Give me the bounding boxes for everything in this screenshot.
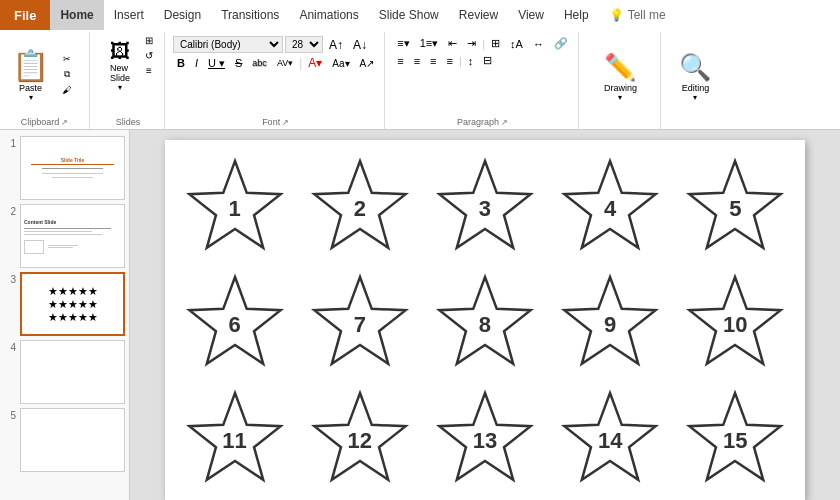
shadow-button[interactable]: abc xyxy=(248,57,271,69)
slide-thumb-4[interactable]: 4 xyxy=(4,340,125,404)
align-text-button[interactable]: ↔ xyxy=(529,37,548,51)
menu-view[interactable]: View xyxy=(508,0,554,30)
star-item-8[interactable]: 8 xyxy=(430,270,540,380)
slide-panel: 1 Slide Title 2 Content Slide xyxy=(0,130,130,500)
slides-group: 🖼 NewSlide ▾ ⊞ ↺ ≡ Slides xyxy=(92,32,165,129)
star-item-9[interactable]: 9 xyxy=(555,270,665,380)
slide-thumb-3[interactable]: 3 ★★★★★★★★★★★★★★★ xyxy=(4,272,125,336)
thumb2-line2 xyxy=(24,231,92,232)
editing-group: 🔍 Editing ▾ xyxy=(663,32,728,129)
col-layout-button[interactable]: ⊞ xyxy=(487,36,504,51)
reset-button[interactable]: ↺ xyxy=(142,49,156,62)
menu-home[interactable]: Home xyxy=(50,0,103,30)
thumb2-l4 xyxy=(48,245,78,246)
star-item-7[interactable]: 7 xyxy=(305,270,415,380)
star-number-5: 5 xyxy=(729,196,741,222)
slide-thumb-5[interactable]: 5 xyxy=(4,408,125,472)
star-item-10[interactable]: 10 xyxy=(680,270,790,380)
font-size-select[interactable]: 28 12 14 16 18 20 24 32 xyxy=(285,36,323,53)
star-item-11[interactable]: 11 xyxy=(180,386,290,496)
paragraph-expand-icon[interactable]: ↗ xyxy=(501,118,508,127)
paste-dropdown: ▾ xyxy=(29,93,33,102)
clipboard-expand-icon[interactable]: ↗ xyxy=(61,118,68,127)
star-number-2: 2 xyxy=(354,196,366,222)
slide-thumb-2[interactable]: 2 Content Slide xyxy=(4,204,125,268)
star-number-4: 4 xyxy=(604,196,616,222)
star-item-5[interactable]: 5 xyxy=(680,154,790,264)
menu-help[interactable]: Help xyxy=(554,0,599,30)
new-slide-label: NewSlide xyxy=(110,63,130,83)
indent-increase-button[interactable]: ⇥ xyxy=(463,36,480,51)
font-case-button[interactable]: Aa▾ xyxy=(328,57,353,70)
star-item-12[interactable]: 12 xyxy=(305,386,415,496)
slide-preview-4[interactable] xyxy=(20,340,125,404)
paste-button[interactable]: 📋 Paste ▾ xyxy=(6,45,55,105)
menu-transitions[interactable]: Transitions xyxy=(211,0,289,30)
menu-review[interactable]: Review xyxy=(449,0,508,30)
font-color-button[interactable]: A▾ xyxy=(304,55,326,71)
copy-button[interactable]: ⧉ xyxy=(59,68,74,81)
clear-format-button[interactable]: A↗ xyxy=(356,57,379,70)
editing-button[interactable]: 🔍 Editing ▾ xyxy=(673,49,717,105)
slide-canvas: 123456789101112131415 xyxy=(165,140,805,500)
cut-button[interactable]: ✂ xyxy=(59,53,74,65)
align-right-button[interactable]: ≡ xyxy=(426,54,440,68)
format-painter-button[interactable]: 🖌 xyxy=(59,84,74,96)
star-item-13[interactable]: 13 xyxy=(430,386,540,496)
drawing-button[interactable]: ✏️ Drawing ▾ xyxy=(598,49,643,105)
align-left-button[interactable]: ≡ xyxy=(393,54,407,68)
columns-button[interactable]: ⊟ xyxy=(479,53,496,68)
tell-me-box[interactable]: 💡 Tell me xyxy=(599,0,676,30)
smartart-button[interactable]: 🔗 xyxy=(550,36,572,51)
menu-insert[interactable]: Insert xyxy=(104,0,154,30)
strikethrough-button[interactable]: S xyxy=(231,56,246,70)
canvas-area[interactable]: 123456789101112131415 xyxy=(130,130,840,500)
new-slide-button[interactable]: 🖼 NewSlide ▾ xyxy=(100,37,140,95)
star-item-15[interactable]: 15 xyxy=(680,386,790,496)
file-menu[interactable]: File xyxy=(0,0,50,30)
editing-icon: 🔍 xyxy=(679,52,711,83)
decrease-font-button[interactable]: A↓ xyxy=(349,37,371,53)
numbering-button[interactable]: 1≡▾ xyxy=(416,36,443,51)
slide-preview-3[interactable]: ★★★★★★★★★★★★★★★ xyxy=(20,272,125,336)
line-spacing-button[interactable]: ↕ xyxy=(464,54,478,68)
star-item-4[interactable]: 4 xyxy=(555,154,665,264)
menu-design[interactable]: Design xyxy=(154,0,211,30)
thumb1-line3 xyxy=(52,177,93,178)
slides-label: Slides xyxy=(116,117,141,127)
star-item-3[interactable]: 3 xyxy=(430,154,540,264)
star-item-2[interactable]: 2 xyxy=(305,154,415,264)
spacing-button[interactable]: AV▾ xyxy=(273,57,297,69)
increase-font-button[interactable]: A↑ xyxy=(325,37,347,53)
layout-button[interactable]: ⊞ xyxy=(142,34,156,47)
drawing-icon: ✏️ xyxy=(604,52,636,83)
slide-thumb-1[interactable]: 1 Slide Title xyxy=(4,136,125,200)
slide-preview-1[interactable]: Slide Title xyxy=(20,136,125,200)
paragraph-label: Paragraph xyxy=(457,117,499,127)
thumb1-line1 xyxy=(42,168,104,169)
star-item-1[interactable]: 1 xyxy=(180,154,290,264)
font-expand-icon[interactable]: ↗ xyxy=(282,118,289,127)
bold-button[interactable]: B xyxy=(173,56,189,70)
lightbulb-icon: 💡 xyxy=(609,8,624,22)
slide-preview-2[interactable]: Content Slide xyxy=(20,204,125,268)
slide-num-4: 4 xyxy=(4,342,16,353)
italic-button[interactable]: I xyxy=(191,56,202,70)
section-button[interactable]: ≡ xyxy=(142,64,156,77)
text-direction-button[interactable]: ↕A xyxy=(506,37,527,51)
slide-preview-5[interactable] xyxy=(20,408,125,472)
star-number-14: 14 xyxy=(598,428,622,454)
underline-button[interactable]: U ▾ xyxy=(204,56,229,71)
editing-dropdown: ▾ xyxy=(693,93,697,102)
justify-button[interactable]: ≡ xyxy=(443,54,457,68)
slide-num-5: 5 xyxy=(4,410,16,421)
star-item-6[interactable]: 6 xyxy=(180,270,290,380)
font-family-select[interactable]: Calibri (Body) Arial Times New Roman xyxy=(173,36,283,53)
menu-slideshow[interactable]: Slide Show xyxy=(369,0,449,30)
star-item-14[interactable]: 14 xyxy=(555,386,665,496)
main-area: 1 Slide Title 2 Content Slide xyxy=(0,130,840,500)
bullets-button[interactable]: ≡▾ xyxy=(393,36,413,51)
menu-animations[interactable]: Animations xyxy=(289,0,368,30)
align-center-button[interactable]: ≡ xyxy=(410,54,424,68)
indent-decrease-button[interactable]: ⇤ xyxy=(444,36,461,51)
